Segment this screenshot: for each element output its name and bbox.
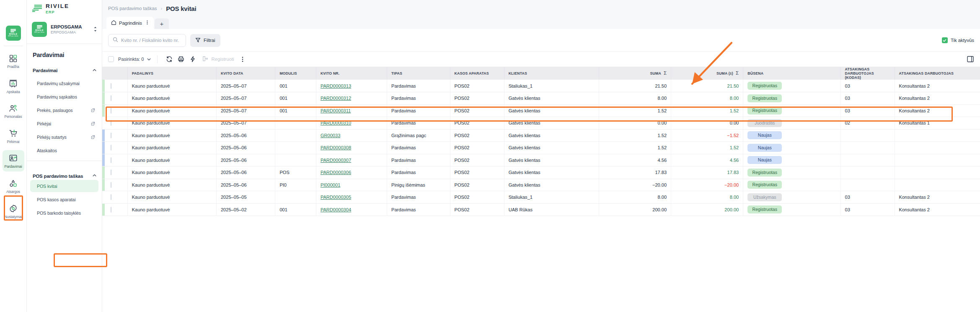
row-checkbox[interactable] [111,145,111,151]
receipt-link[interactable]: PARD0000310 [321,120,351,125]
table-row[interactable]: Kauno parduotuvė2025–05–06PI0PI000001Pin… [102,179,980,191]
nav-item-pirkejai[interactable]: Pirkėjai [30,117,98,130]
nav-item-pardavimu-saskaitos[interactable]: Pardavimų sąskaitos [30,91,98,103]
receipt-link[interactable]: PARD0000307 [321,158,351,163]
receipts-table-wrapper[interactable]: PADALINYS KVITO DATA MODULIS KVITO NR. T… [102,67,980,312]
cell-kvito-nr[interactable]: PARD0000310 [316,117,387,130]
breadcrumb-parent[interactable]: POS pardavimo taškas [108,6,157,11]
table-row[interactable]: Kauno parduotuvė2025–05–06POSPARD0000306… [102,166,980,179]
receipt-link[interactable]: PARD0000308 [321,145,351,150]
nav-item-pos-kvitai[interactable]: POS kvitai [30,180,98,192]
table-row[interactable]: Kauno parduotuvė2025–05–06PARD0000307Par… [102,154,980,166]
tab-kebab-icon[interactable] [145,19,150,27]
select-all-checkbox[interactable] [108,56,114,62]
sum-sigma-icon[interactable]: Σ [736,70,739,76]
lightning-icon[interactable] [187,53,199,65]
col-modulis[interactable]: MODULIS [275,67,316,80]
search-box[interactable] [108,34,186,47]
sidebar-item-atsargos[interactable]: Atsargos [3,175,24,197]
cell-kvito-nr[interactable]: GR00033 [316,129,387,142]
receipt-link[interactable]: PARD0000304 [321,207,351,212]
row-checkbox-cell[interactable] [105,104,127,117]
cell-kvito-nr[interactable]: PI000001 [316,179,387,191]
col-darbuotojas[interactable]: ATSAKINGAS DARBUOTOJAS [895,67,980,80]
row-checkbox-cell[interactable] [105,179,127,191]
row-checkbox-cell[interactable] [105,154,127,166]
columns-config-icon[interactable] [967,55,974,63]
table-row[interactable]: Kauno parduotuvė2025–05–02001PARD0000304… [102,203,980,216]
row-checkbox-cell[interactable] [105,142,127,154]
col-suma-pm[interactable]: SUMA (±)Σ [671,67,743,80]
cell-kvito-nr[interactable]: PARD0000311 [316,104,387,117]
table-row[interactable]: Kauno parduotuvė2025–05–06GR00033Grąžini… [102,129,980,142]
row-checkbox-cell[interactable] [105,166,127,179]
row-checkbox[interactable] [111,108,111,114]
active-only-toggle[interactable]: Tik aktyvūs [942,37,974,43]
sidebar-item-pradzia[interactable]: Pradžia [3,50,24,72]
receipt-link[interactable]: PARD0000312 [321,96,351,101]
col-suma[interactable]: SUMAΣ [599,67,671,80]
row-checkbox[interactable] [111,95,111,101]
table-row[interactable]: Kauno parduotuvė2025–05–07001PARD0000311… [102,104,980,117]
nav-item-pos-kasos-aparatai[interactable]: POS kasos aparatai [30,193,98,205]
tab-pagrindinis[interactable]: Pagrindinis [106,17,154,29]
nav-item-pirkeju-sutartys[interactable]: Pirkėjų sutartys [30,131,98,143]
cell-kvito-nr[interactable]: PARD0000313 [316,80,387,92]
receipt-link[interactable]: PARD0000305 [321,195,351,200]
row-checkbox-cell[interactable] [105,80,127,92]
nav-item-prekes-paslaugos[interactable]: Prekės, paslaugos [30,104,98,116]
sidebar-item-pardavimai[interactable]: Pardavimai [3,150,24,172]
nav-group-pardavimai[interactable]: Pardavimai [27,65,102,76]
sidebar-item-pirkimai[interactable]: Pirkimai [3,125,24,147]
cell-kvito-nr[interactable]: PARD0000312 [316,92,387,105]
table-row[interactable]: Kauno parduotuvė2025–05–06PARD0000308Par… [102,142,980,154]
more-actions-kebab-icon[interactable] [240,56,245,62]
row-checkbox[interactable] [111,169,111,175]
receipt-link[interactable]: PARD0000306 [321,170,351,175]
col-darbuotojas-kodas[interactable]: ATSAKINGAS DARBUOTOJAS (KODAS) [840,67,895,80]
cell-kvito-nr[interactable]: PARD0000305 [316,191,387,204]
col-kvito-nr[interactable]: KVITO NR. [316,67,387,80]
col-busena[interactable]: BŪSENA [743,67,840,80]
cell-kvito-nr[interactable]: PARD0000308 [316,142,387,154]
nav-item-pos-barkodo-taisykles[interactable]: POS barkodo taisyklės [30,207,98,219]
sidebar-item-apskaita[interactable]: Apskaita [3,75,24,97]
cell-kvito-nr[interactable]: PARD0000304 [316,203,387,216]
row-checkbox[interactable] [111,182,111,188]
receipt-link[interactable]: PARD0000313 [321,83,351,88]
row-checkbox[interactable] [111,194,111,200]
nav-group-pos[interactable]: POS pardavimo taškas [27,161,102,179]
col-kvito-data[interactable]: KVITO DATA [216,67,275,80]
table-row[interactable]: Kauno parduotuvė2025–05–07001PARD0000312… [102,92,980,105]
account-switch-icon[interactable] [93,26,98,34]
row-checkbox[interactable] [111,207,111,213]
row-checkbox[interactable] [111,157,111,163]
row-checkbox-cell[interactable] [105,117,127,130]
col-tipas[interactable]: TIPAS [387,67,450,80]
cell-kvito-nr[interactable]: PARD0000306 [316,166,387,179]
row-checkbox-cell[interactable] [105,92,127,105]
row-checkbox-cell[interactable] [105,129,127,142]
col-klientas[interactable]: KLIENTAS [504,67,599,80]
add-tab-button[interactable]: + [155,18,169,29]
search-input[interactable] [121,38,181,43]
account-row[interactable]: RIVILE ERP pos | demo ERPOSGAMA ERPOSGAM… [27,22,102,37]
nav-item-pardavimu-uzsakymai[interactable]: Pardavimų užsakymai [30,77,98,89]
row-checkbox-cell[interactable] [105,191,127,204]
table-row[interactable]: Kauno parduotuvė2025–05–05PARD0000305Par… [102,191,980,204]
chevron-down-icon[interactable] [147,57,151,62]
receipt-link[interactable]: GR00033 [321,133,341,138]
row-checkbox[interactable] [111,83,111,89]
sidebar-item-nustatymai[interactable]: Nustatymai [3,200,24,222]
cell-kvito-nr[interactable]: PARD0000307 [316,154,387,166]
table-row[interactable]: Kauno parduotuvė2025–05–07001PARD0000313… [102,80,980,92]
receipt-link[interactable]: PARD0000311 [321,108,351,113]
nav-item-ataskaitos[interactable]: Ataskaitos [30,144,98,156]
print-icon[interactable] [175,53,187,65]
table-row[interactable]: Kauno parduotuvė2025–05–07PARD0000310Par… [102,117,980,130]
col-padalinys[interactable]: PADALINYS [127,67,216,80]
refresh-icon[interactable] [163,53,175,65]
filter-button[interactable]: Filtrai [190,34,220,47]
row-checkbox[interactable] [111,133,111,138]
row-checkbox[interactable] [111,120,111,126]
